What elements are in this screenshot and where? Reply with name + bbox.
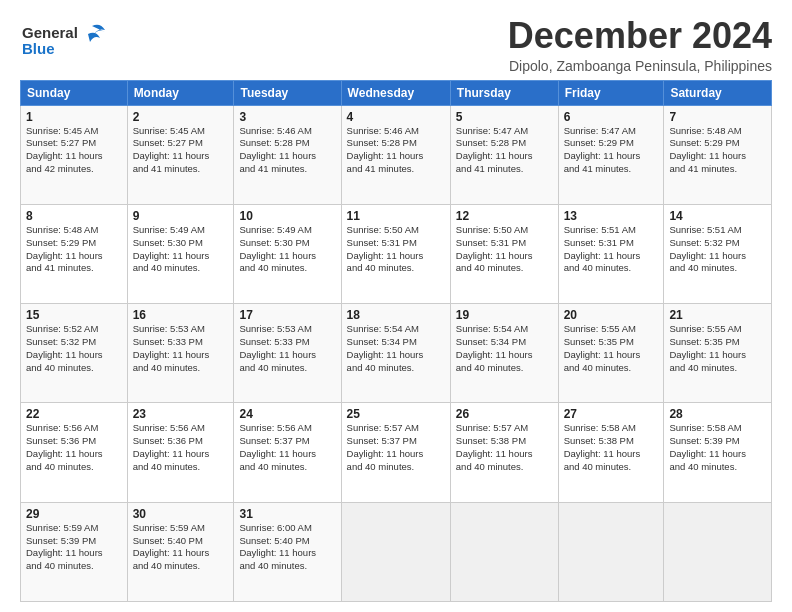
header-day-monday: Monday	[127, 80, 234, 105]
calendar-cell: 3Sunrise: 5:46 AM Sunset: 5:28 PM Daylig…	[234, 105, 341, 204]
calendar-cell: 18Sunrise: 5:54 AM Sunset: 5:34 PM Dayli…	[341, 304, 450, 403]
calendar-cell: 8Sunrise: 5:48 AM Sunset: 5:29 PM Daylig…	[21, 204, 128, 303]
day-number: 28	[669, 407, 766, 421]
day-info: Sunrise: 5:47 AM Sunset: 5:29 PM Dayligh…	[564, 125, 659, 176]
day-number: 14	[669, 209, 766, 223]
main-title: December 2024	[508, 16, 772, 56]
calendar-week-2: 8Sunrise: 5:48 AM Sunset: 5:29 PM Daylig…	[21, 204, 772, 303]
day-number: 4	[347, 110, 445, 124]
day-number: 13	[564, 209, 659, 223]
header: General Blue December 2024 Dipolo, Zambo…	[20, 16, 772, 74]
day-info: Sunrise: 5:54 AM Sunset: 5:34 PM Dayligh…	[347, 323, 445, 374]
day-info: Sunrise: 5:59 AM Sunset: 5:39 PM Dayligh…	[26, 522, 122, 573]
day-number: 27	[564, 407, 659, 421]
calendar-header-row: SundayMondayTuesdayWednesdayThursdayFrid…	[21, 80, 772, 105]
day-info: Sunrise: 5:46 AM Sunset: 5:28 PM Dayligh…	[239, 125, 335, 176]
day-number: 21	[669, 308, 766, 322]
day-info: Sunrise: 5:55 AM Sunset: 5:35 PM Dayligh…	[669, 323, 766, 374]
calendar-week-1: 1Sunrise: 5:45 AM Sunset: 5:27 PM Daylig…	[21, 105, 772, 204]
calendar-week-5: 29Sunrise: 5:59 AM Sunset: 5:39 PM Dayli…	[21, 502, 772, 601]
calendar-cell: 27Sunrise: 5:58 AM Sunset: 5:38 PM Dayli…	[558, 403, 664, 502]
day-info: Sunrise: 5:50 AM Sunset: 5:31 PM Dayligh…	[347, 224, 445, 275]
svg-text:General: General	[22, 24, 78, 41]
logo-content: General Blue	[20, 20, 110, 68]
calendar-cell: 31Sunrise: 6:00 AM Sunset: 5:40 PM Dayli…	[234, 502, 341, 601]
calendar-cell: 16Sunrise: 5:53 AM Sunset: 5:33 PM Dayli…	[127, 304, 234, 403]
calendar-cell: 15Sunrise: 5:52 AM Sunset: 5:32 PM Dayli…	[21, 304, 128, 403]
day-number: 5	[456, 110, 553, 124]
day-info: Sunrise: 5:56 AM Sunset: 5:36 PM Dayligh…	[26, 422, 122, 473]
calendar-cell: 14Sunrise: 5:51 AM Sunset: 5:32 PM Dayli…	[664, 204, 772, 303]
day-number: 11	[347, 209, 445, 223]
day-info: Sunrise: 5:58 AM Sunset: 5:39 PM Dayligh…	[669, 422, 766, 473]
calendar-cell: 23Sunrise: 5:56 AM Sunset: 5:36 PM Dayli…	[127, 403, 234, 502]
day-number: 17	[239, 308, 335, 322]
day-info: Sunrise: 5:48 AM Sunset: 5:29 PM Dayligh…	[26, 224, 122, 275]
title-section: December 2024 Dipolo, Zamboanga Peninsul…	[508, 16, 772, 74]
day-number: 22	[26, 407, 122, 421]
header-day-sunday: Sunday	[21, 80, 128, 105]
calendar-cell: 26Sunrise: 5:57 AM Sunset: 5:38 PM Dayli…	[450, 403, 558, 502]
day-number: 25	[347, 407, 445, 421]
day-info: Sunrise: 5:47 AM Sunset: 5:28 PM Dayligh…	[456, 125, 553, 176]
calendar-cell: 9Sunrise: 5:49 AM Sunset: 5:30 PM Daylig…	[127, 204, 234, 303]
day-number: 3	[239, 110, 335, 124]
day-number: 15	[26, 308, 122, 322]
day-number: 9	[133, 209, 229, 223]
calendar-cell: 24Sunrise: 5:56 AM Sunset: 5:37 PM Dayli…	[234, 403, 341, 502]
day-number: 8	[26, 209, 122, 223]
header-day-tuesday: Tuesday	[234, 80, 341, 105]
calendar-cell: 5Sunrise: 5:47 AM Sunset: 5:28 PM Daylig…	[450, 105, 558, 204]
day-info: Sunrise: 5:57 AM Sunset: 5:38 PM Dayligh…	[456, 422, 553, 473]
header-day-wednesday: Wednesday	[341, 80, 450, 105]
day-info: Sunrise: 5:53 AM Sunset: 5:33 PM Dayligh…	[133, 323, 229, 374]
calendar-cell: 10Sunrise: 5:49 AM Sunset: 5:30 PM Dayli…	[234, 204, 341, 303]
day-info: Sunrise: 5:58 AM Sunset: 5:38 PM Dayligh…	[564, 422, 659, 473]
day-info: Sunrise: 5:59 AM Sunset: 5:40 PM Dayligh…	[133, 522, 229, 573]
calendar-table: SundayMondayTuesdayWednesdayThursdayFrid…	[20, 80, 772, 602]
subtitle: Dipolo, Zamboanga Peninsula, Philippines	[508, 58, 772, 74]
calendar-week-3: 15Sunrise: 5:52 AM Sunset: 5:32 PM Dayli…	[21, 304, 772, 403]
calendar-cell	[558, 502, 664, 601]
day-number: 2	[133, 110, 229, 124]
calendar-cell: 4Sunrise: 5:46 AM Sunset: 5:28 PM Daylig…	[341, 105, 450, 204]
day-info: Sunrise: 6:00 AM Sunset: 5:40 PM Dayligh…	[239, 522, 335, 573]
day-number: 31	[239, 507, 335, 521]
calendar-cell: 28Sunrise: 5:58 AM Sunset: 5:39 PM Dayli…	[664, 403, 772, 502]
day-number: 30	[133, 507, 229, 521]
calendar-cell: 22Sunrise: 5:56 AM Sunset: 5:36 PM Dayli…	[21, 403, 128, 502]
logo-icon: General Blue	[20, 20, 110, 64]
day-info: Sunrise: 5:57 AM Sunset: 5:37 PM Dayligh…	[347, 422, 445, 473]
calendar-cell: 1Sunrise: 5:45 AM Sunset: 5:27 PM Daylig…	[21, 105, 128, 204]
day-info: Sunrise: 5:53 AM Sunset: 5:33 PM Dayligh…	[239, 323, 335, 374]
day-number: 18	[347, 308, 445, 322]
day-number: 24	[239, 407, 335, 421]
day-info: Sunrise: 5:49 AM Sunset: 5:30 PM Dayligh…	[239, 224, 335, 275]
svg-text:Blue: Blue	[22, 40, 55, 57]
calendar-cell	[664, 502, 772, 601]
calendar-cell: 20Sunrise: 5:55 AM Sunset: 5:35 PM Dayli…	[558, 304, 664, 403]
day-info: Sunrise: 5:45 AM Sunset: 5:27 PM Dayligh…	[133, 125, 229, 176]
header-day-thursday: Thursday	[450, 80, 558, 105]
calendar-cell: 6Sunrise: 5:47 AM Sunset: 5:29 PM Daylig…	[558, 105, 664, 204]
day-info: Sunrise: 5:51 AM Sunset: 5:32 PM Dayligh…	[669, 224, 766, 275]
day-info: Sunrise: 5:56 AM Sunset: 5:36 PM Dayligh…	[133, 422, 229, 473]
calendar-cell: 25Sunrise: 5:57 AM Sunset: 5:37 PM Dayli…	[341, 403, 450, 502]
calendar-cell: 29Sunrise: 5:59 AM Sunset: 5:39 PM Dayli…	[21, 502, 128, 601]
day-number: 1	[26, 110, 122, 124]
day-number: 20	[564, 308, 659, 322]
day-info: Sunrise: 5:46 AM Sunset: 5:28 PM Dayligh…	[347, 125, 445, 176]
calendar-cell: 30Sunrise: 5:59 AM Sunset: 5:40 PM Dayli…	[127, 502, 234, 601]
day-info: Sunrise: 5:55 AM Sunset: 5:35 PM Dayligh…	[564, 323, 659, 374]
header-day-friday: Friday	[558, 80, 664, 105]
day-info: Sunrise: 5:45 AM Sunset: 5:27 PM Dayligh…	[26, 125, 122, 176]
calendar-cell: 13Sunrise: 5:51 AM Sunset: 5:31 PM Dayli…	[558, 204, 664, 303]
calendar-cell: 17Sunrise: 5:53 AM Sunset: 5:33 PM Dayli…	[234, 304, 341, 403]
day-info: Sunrise: 5:56 AM Sunset: 5:37 PM Dayligh…	[239, 422, 335, 473]
calendar-cell: 11Sunrise: 5:50 AM Sunset: 5:31 PM Dayli…	[341, 204, 450, 303]
day-info: Sunrise: 5:50 AM Sunset: 5:31 PM Dayligh…	[456, 224, 553, 275]
calendar-cell: 12Sunrise: 5:50 AM Sunset: 5:31 PM Dayli…	[450, 204, 558, 303]
day-number: 7	[669, 110, 766, 124]
day-info: Sunrise: 5:51 AM Sunset: 5:31 PM Dayligh…	[564, 224, 659, 275]
day-info: Sunrise: 5:52 AM Sunset: 5:32 PM Dayligh…	[26, 323, 122, 374]
